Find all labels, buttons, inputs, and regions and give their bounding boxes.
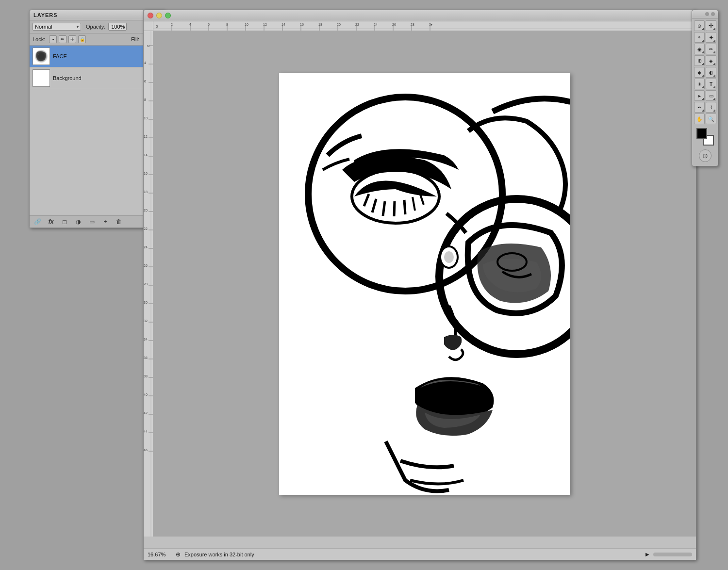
svg-text:26: 26	[144, 264, 148, 267]
status-scrollbar[interactable]	[653, 553, 692, 556]
lock-position-icon[interactable]: ✛	[68, 35, 76, 43]
foreground-background-colors	[696, 128, 714, 146]
svg-text:20: 20	[337, 23, 341, 26]
ruler-top: 0 2 4 6 8 10 12 14 16	[153, 21, 696, 31]
lock-transparent-icon[interactable]: ▪	[49, 35, 57, 43]
tools-titlebar	[692, 10, 718, 18]
canvas-titlebar	[144, 10, 696, 21]
svg-text:2: 2	[171, 23, 173, 26]
add-mask-icon[interactable]: ◻	[60, 218, 69, 226]
tools-title-dot2	[711, 12, 715, 16]
svg-line-90	[394, 201, 395, 216]
adjustment-icon[interactable]: ◑	[73, 218, 83, 226]
svg-text:30: 30	[144, 301, 148, 304]
status-arrow[interactable]: ▶	[645, 552, 649, 557]
pen-tool[interactable]: ✒	[694, 102, 705, 113]
canvas-content[interactable]	[153, 31, 696, 537]
path-selection-tool[interactable]: ▸	[694, 90, 705, 101]
hand-tool[interactable]: ✋	[694, 114, 705, 124]
svg-text:14: 14	[281, 23, 285, 26]
svg-text:36: 36	[144, 356, 148, 359]
maximize-button[interactable]	[165, 13, 171, 18]
opacity-wrapper[interactable]: ▼	[108, 23, 127, 31]
type-tool[interactable]: T	[706, 79, 716, 89]
layer-thumb-face-svg	[33, 48, 50, 65]
foreground-color-swatch[interactable]	[696, 128, 707, 139]
opacity-input[interactable]	[108, 23, 127, 31]
ruler-top-svg: 0 2 4 6 8 10 12 14 16	[153, 21, 696, 31]
status-icon: ⊕	[176, 551, 181, 558]
layer-name-background: Background	[53, 75, 152, 81]
move-tool[interactable]: ✛	[706, 20, 716, 31]
rectangle-tool[interactable]: ▭	[706, 90, 716, 101]
svg-text:22: 22	[144, 227, 148, 230]
svg-text:3▸: 3▸	[429, 23, 433, 26]
magic-wand-tool[interactable]: ✦	[706, 32, 716, 43]
svg-text:18: 18	[318, 23, 322, 26]
close-button[interactable]	[148, 13, 153, 18]
opacity-label: Opacity:	[86, 24, 105, 30]
fx-icon[interactable]: fx	[46, 218, 56, 226]
svg-text:46: 46	[144, 448, 148, 452]
canvas-window: 0 2 4 6 8 10 12 14 16	[143, 10, 696, 560]
quick-mask-button[interactable]: ⊙	[699, 149, 711, 162]
svg-text:16: 16	[144, 172, 148, 175]
svg-text:16: 16	[300, 23, 304, 26]
svg-text:10: 10	[245, 23, 248, 26]
blur-tool[interactable]: ◐	[706, 67, 716, 78]
ruler-left: 2 4 6 8 10 12 14 16 18	[144, 31, 153, 537]
lasso-tool[interactable]: ⌖	[694, 32, 705, 43]
canvas-area: 0 2 4 6 8 10 12 14 16	[143, 10, 696, 560]
svg-text:40: 40	[144, 393, 148, 396]
svg-text:18: 18	[144, 190, 148, 194]
svg-text:28: 28	[411, 23, 414, 26]
svg-text:32: 32	[144, 319, 148, 323]
svg-text:4: 4	[144, 61, 146, 65]
svg-text:28: 28	[144, 282, 148, 286]
tools-title-dot1	[705, 12, 709, 16]
custom-shape-tool[interactable]: ⌇	[706, 102, 716, 113]
zoom-level: 16.67%	[148, 552, 172, 557]
brush-tool[interactable]: ✏	[706, 44, 716, 54]
clone-stamp-tool[interactable]: ⊕	[694, 55, 705, 66]
svg-text:2: 2	[147, 45, 150, 47]
minimize-button[interactable]	[156, 13, 162, 18]
svg-text:24: 24	[374, 23, 378, 26]
svg-text:8: 8	[226, 23, 228, 26]
svg-text:4: 4	[189, 23, 191, 26]
svg-text:10: 10	[144, 116, 148, 120]
svg-rect-0	[33, 48, 50, 65]
status-message: Exposure works in 32-bit only	[184, 552, 642, 557]
delete-layer-icon[interactable]: 🗑	[114, 218, 124, 226]
lock-image-icon[interactable]: ✏	[59, 35, 66, 43]
new-layer-icon[interactable]: +	[100, 218, 110, 226]
eraser-tool[interactable]: ◈	[706, 55, 716, 66]
svg-text:34: 34	[144, 338, 148, 341]
svg-text:12: 12	[144, 135, 148, 138]
svg-text:42: 42	[144, 411, 148, 415]
svg-text:44: 44	[144, 430, 148, 433]
svg-rect-3	[153, 21, 696, 31]
group-icon[interactable]: ▭	[87, 218, 97, 226]
dodge-tool[interactable]: ☀	[694, 79, 705, 89]
ellipse-marquee-tool[interactable]: ⊙	[694, 20, 705, 31]
layer-thumb-background	[33, 69, 50, 87]
svg-text:22: 22	[355, 23, 359, 26]
tools-panel: ⊙ ✛ ⌖ ✦ ◉ ✏ ⊕ ◈ ◆ ◐	[692, 10, 718, 166]
svg-text:6: 6	[208, 23, 210, 26]
blend-mode-select[interactable]: Normal	[33, 23, 81, 31]
fill-label: Fill:	[131, 36, 139, 42]
ruler-left-svg: 2 4 6 8 10 12 14 16 18	[144, 31, 153, 537]
link-layers-icon[interactable]: 🔗	[33, 218, 42, 226]
svg-text:38: 38	[144, 375, 148, 378]
lock-all-icon[interactable]: 🔒	[78, 35, 86, 43]
svg-line-91	[404, 200, 405, 214]
healing-brush-tool[interactable]: ◉	[694, 44, 705, 54]
lock-icons: ▪ ✏ ✛ 🔒	[49, 35, 86, 43]
blend-mode-wrapper[interactable]: Normal ▼	[33, 23, 81, 31]
zoom-tool[interactable]: 🔍	[706, 114, 716, 124]
tools-grid: ⊙ ✛ ⌖ ✦ ◉ ✏ ⊕ ◈ ◆ ◐	[692, 18, 718, 126]
gradient-tool[interactable]: ◆	[694, 67, 705, 78]
svg-text:6: 6	[144, 80, 146, 83]
lock-label: Lock:	[33, 36, 45, 42]
